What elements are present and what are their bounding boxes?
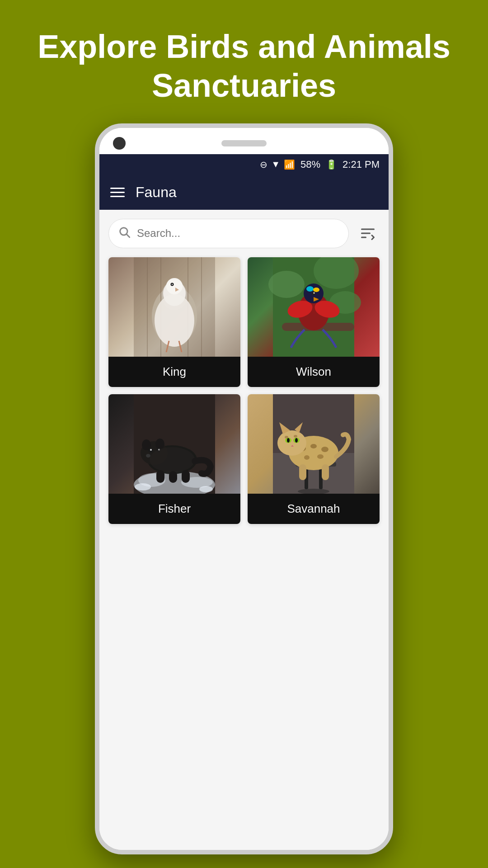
svg-point-76 (285, 436, 288, 439)
page-title: Explore Birds and Animals Sanctuaries (18, 27, 470, 105)
hamburger-line-1 (110, 188, 125, 189)
svg-point-55 (199, 486, 213, 492)
phone-notch (99, 128, 389, 154)
svg-point-54 (135, 483, 151, 491)
svg-point-67 (317, 454, 324, 459)
svg-point-35 (314, 292, 315, 293)
search-bar[interactable] (108, 219, 349, 248)
hamburger-line-3 (110, 196, 125, 197)
phone-frame: ⊖ ▼ 📶 58% 🔋 2:21 PM Fauna (95, 123, 393, 854)
search-icon (118, 226, 131, 241)
svg-point-32 (306, 286, 314, 292)
search-input[interactable] (137, 227, 339, 240)
svg-point-77 (294, 435, 297, 438)
svg-point-64 (310, 444, 317, 448)
animal-image-fisher (108, 394, 240, 494)
hamburger-line-2 (110, 192, 125, 193)
status-bar: ⊖ ▼ 📶 58% 🔋 2:21 PM (99, 154, 389, 175)
svg-rect-79 (322, 464, 329, 480)
battery-text: 58% (300, 159, 320, 170)
status-icons: ⊖ ▼ 📶 (260, 159, 295, 170)
sort-button[interactable] (356, 222, 380, 245)
svg-point-17 (166, 278, 183, 294)
svg-point-46 (150, 449, 152, 451)
svg-point-50 (150, 447, 195, 472)
animal-card-wilson[interactable]: Wilson (248, 257, 380, 387)
wifi-icon: ▼ (271, 159, 280, 170)
hamburger-menu-button[interactable] (110, 188, 125, 197)
signal-icon: 📶 (284, 159, 295, 170)
animal-card-savannah[interactable]: Savannah (248, 394, 380, 524)
svg-rect-51 (156, 470, 164, 483)
content-area: King (99, 210, 389, 850)
speaker (221, 140, 267, 146)
svg-point-68 (277, 430, 306, 456)
battery-icon: 🔋 (326, 159, 337, 170)
app-title: Fauna (136, 184, 177, 201)
svg-point-25 (268, 271, 305, 298)
animal-image-savannah (248, 394, 380, 494)
animal-card-fisher[interactable]: Fisher (108, 394, 240, 524)
svg-point-66 (304, 455, 310, 460)
svg-point-33 (313, 288, 319, 292)
camera-icon (113, 137, 126, 150)
svg-rect-52 (169, 471, 177, 483)
animal-name-wilson: Wilson (248, 357, 380, 387)
animal-image-king (108, 257, 240, 357)
svg-point-19 (172, 284, 173, 285)
animal-name-savannah: Savannah (248, 494, 380, 524)
svg-point-72 (287, 438, 290, 443)
svg-point-74 (295, 438, 298, 443)
svg-rect-78 (299, 464, 306, 480)
svg-line-1 (127, 234, 129, 237)
svg-point-44 (155, 439, 164, 449)
animal-name-king: King (108, 357, 240, 387)
sort-icon (360, 225, 376, 241)
animal-card-king[interactable]: King (108, 257, 240, 387)
svg-rect-53 (182, 470, 190, 483)
svg-point-49 (146, 454, 150, 458)
animal-grid: King (108, 257, 380, 524)
time-text: 2:21 PM (343, 159, 380, 170)
animal-name-fisher: Fisher (108, 494, 240, 524)
animal-image-wilson (248, 257, 380, 357)
minus-icon: ⊖ (260, 159, 267, 170)
page-header: Explore Birds and Animals Sanctuaries (0, 0, 488, 123)
app-bar: Fauna (99, 175, 389, 210)
search-row (108, 219, 380, 248)
svg-point-65 (321, 447, 328, 452)
